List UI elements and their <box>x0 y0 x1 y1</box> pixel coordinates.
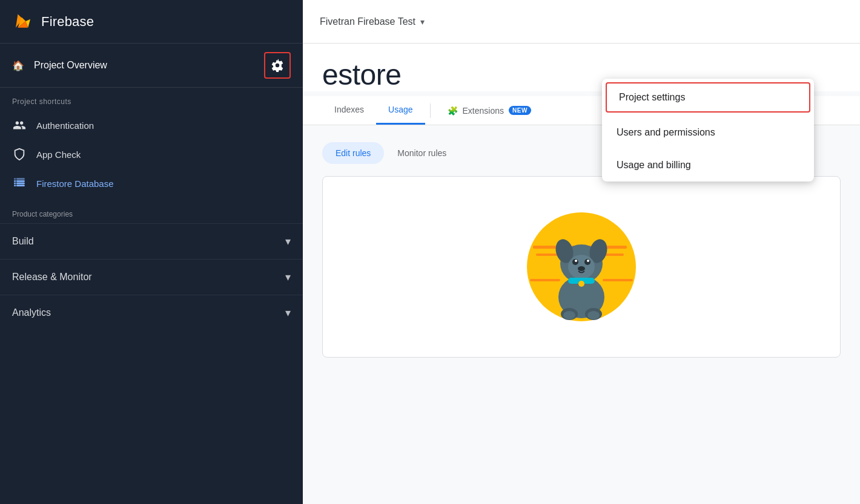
collapsible-analytics[interactable]: Analytics ▾ <box>0 295 303 330</box>
project-selector[interactable]: Fivetran Firebase Test ▾ <box>320 16 425 27</box>
dog-illustration <box>521 206 642 327</box>
collapsible-build[interactable]: Build ▾ <box>0 223 303 259</box>
project-shortcuts-label: Project shortcuts <box>0 88 303 111</box>
settings-dropdown-menu: Project settings Users and permissions U… <box>602 79 814 182</box>
sidebar-item-authentication[interactable]: Authentication <box>0 111 303 140</box>
collapsible-release-monitor[interactable]: Release & Monitor ▾ <box>0 259 303 295</box>
svg-point-21 <box>563 311 575 319</box>
rules-tab-edit[interactable]: Edit rules <box>322 142 384 164</box>
svg-point-14 <box>575 260 577 262</box>
dropdown-item-users-permissions[interactable]: Users and permissions <box>602 116 814 149</box>
appcheck-icon <box>13 148 26 161</box>
top-bar: Fivetran Firebase Test ▾ <box>303 0 860 44</box>
firebase-logo-icon <box>12 11 34 33</box>
extensions-label: Extensions <box>463 106 504 116</box>
sidebar-item-firestore[interactable]: Firestore Database <box>0 169 303 198</box>
release-monitor-chevron-icon: ▾ <box>285 270 291 284</box>
rules-tab-monitor[interactable]: Monitor rules <box>384 142 460 164</box>
home-icon: 🏠 <box>12 60 24 71</box>
firestore-database-icon <box>13 177 26 190</box>
analytics-chevron-icon: ▾ <box>285 306 291 319</box>
authentication-label: Authentication <box>36 120 94 131</box>
project-overview-label: Project Overview <box>34 60 107 71</box>
content-card <box>322 176 841 358</box>
users-permissions-label: Users and permissions <box>617 127 715 137</box>
analytics-label: Analytics <box>12 307 51 318</box>
svg-point-18 <box>578 281 584 287</box>
sidebar-header: Firebase <box>0 0 303 44</box>
svg-point-15 <box>587 260 589 262</box>
shield-icon <box>12 147 27 162</box>
sidebar-item-appcheck[interactable]: App Check <box>0 140 303 169</box>
project-overview-row: 🏠 Project Overview <box>0 44 303 88</box>
sidebar: Firebase 🏠 Project Overview Project shor… <box>0 0 303 504</box>
sidebar-brand-name: Firebase <box>41 14 94 30</box>
product-categories-label: Product categories <box>0 198 303 223</box>
firestore-icon <box>12 176 27 191</box>
tab-extensions[interactable]: 🧩 Extensions NEW <box>435 97 543 124</box>
tab-divider <box>430 103 431 118</box>
new-badge: NEW <box>509 106 531 115</box>
release-monitor-label: Release & Monitor <box>12 272 92 283</box>
project-name: Fivetran Firebase Test <box>320 16 415 27</box>
main-content: Fivetran Firebase Test ▾ estore Indexes … <box>303 0 860 504</box>
tab-indexes[interactable]: Indexes <box>322 96 376 125</box>
project-dropdown-arrow-icon: ▾ <box>420 17 425 27</box>
svg-rect-5 <box>530 279 560 281</box>
extensions-emoji-icon: 🧩 <box>448 106 458 116</box>
project-overview-button[interactable]: 🏠 Project Overview <box>12 60 264 71</box>
dropdown-item-project-settings[interactable]: Project settings <box>606 82 810 113</box>
gear-settings-button[interactable] <box>264 52 291 79</box>
dropdown-item-usage-billing[interactable]: Usage and billing <box>602 149 814 182</box>
svg-rect-6 <box>603 279 633 281</box>
people-icon <box>12 118 27 133</box>
svg-point-22 <box>587 311 600 319</box>
appcheck-label: App Check <box>36 149 81 160</box>
svg-point-16 <box>578 266 585 271</box>
usage-billing-label: Usage and billing <box>617 160 691 170</box>
build-label: Build <box>12 236 34 247</box>
firestore-label: Firestore Database <box>36 178 114 189</box>
project-settings-label: Project settings <box>619 92 685 102</box>
authentication-icon <box>13 119 26 132</box>
gear-icon <box>271 59 284 72</box>
tab-usage[interactable]: Usage <box>376 96 425 125</box>
build-chevron-icon: ▾ <box>285 235 291 248</box>
